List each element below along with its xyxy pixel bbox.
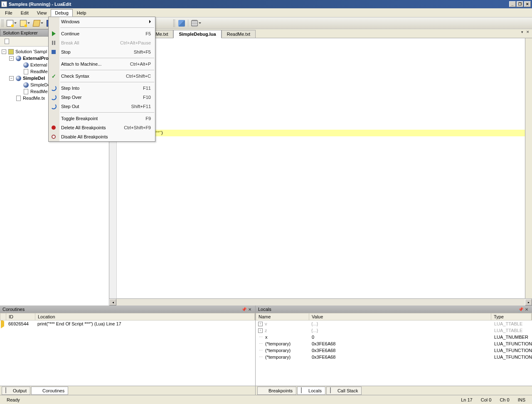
breakpoint-delete-icon <box>50 124 57 131</box>
page-icon <box>22 89 29 94</box>
menuitem-check-syntax[interactable]: ✓ Check Syntax Ctrl+Shift+C <box>49 71 155 81</box>
close-icon[interactable]: ✕ <box>524 307 530 312</box>
page-icon <box>15 95 22 101</box>
stop-icon <box>50 49 57 55</box>
lua-icon <box>22 62 29 68</box>
tab-callstack[interactable]: Call Stack <box>326 387 362 395</box>
menuitem-stop[interactable]: Stop Shift+F5 <box>49 47 155 57</box>
locals-columns[interactable]: Name Value Type <box>256 313 532 320</box>
panel-title: Coroutines <box>2 307 25 312</box>
tab-locals[interactable]: Locals <box>297 387 325 395</box>
status-col: Col 0 <box>477 397 496 402</box>
menuitem-delete-bp[interactable]: Delete All Breakpoints Ctrl+Shift+F9 <box>49 123 155 132</box>
tree-dots-icon: ⋯ <box>259 342 263 346</box>
locals-row[interactable]: +v{...}LUA_TTABLE <box>256 320 532 327</box>
db-button[interactable] <box>190 19 202 28</box>
expander-icon[interactable]: + <box>258 328 263 333</box>
tab-breakpoints[interactable]: Breakpoints <box>257 387 296 395</box>
coroutines-panel: Coroutines 📌 ✕ ID Location 66926544 prin… <box>0 305 256 395</box>
pin-icon[interactable]: 📌 <box>241 307 247 312</box>
tab-coroutines[interactable]: Coroutines <box>31 387 68 395</box>
step-into-icon <box>50 85 57 91</box>
title-bar: L Samples (Running) - LuaEdit _ ❐ ✕ <box>0 0 532 8</box>
title-text: Samples (Running) - LuaEdit <box>9 2 71 7</box>
check-icon: ✓ <box>50 73 57 79</box>
expander-icon[interactable]: − <box>9 56 14 61</box>
tree-dots-icon: ⋯ <box>259 355 263 359</box>
pause-icon <box>50 39 57 46</box>
locals-row[interactable]: ⋯(*temporary)0x3FE6A68LUA_TFUNCTION <box>256 347 532 354</box>
status-bar: Ready Ln 17 Col 0 Ch 0 INS <box>0 395 532 404</box>
close-icon[interactable]: ✕ <box>247 307 253 312</box>
coroutines-columns[interactable]: ID Location <box>0 313 255 320</box>
lua-icon <box>22 82 29 88</box>
menuitem-step-into[interactable]: Step Into F11 <box>49 84 155 93</box>
page-icon <box>22 69 29 74</box>
editor-hscroll[interactable]: ◂ ▸ <box>109 298 532 305</box>
menuitem-toggle-bp[interactable]: Toggle Breakpoint F9 <box>49 114 155 123</box>
tab-close-icon[interactable]: ✕ <box>525 30 530 34</box>
lua-icon <box>15 55 22 61</box>
step-over-icon <box>50 94 57 101</box>
scroll-right-icon[interactable]: ▸ <box>525 299 532 305</box>
code-editor[interactable]: = _G = 0 n CallDepthTest() x + 1 x <= 10… <box>117 38 525 298</box>
app-icon: L <box>1 1 7 7</box>
menu-bar: File Edit View Debug Help <box>0 8 532 17</box>
scroll-left-icon[interactable]: ◂ <box>109 299 116 305</box>
expander-icon[interactable]: + <box>258 322 263 326</box>
tab-dropdown-icon[interactable]: ▾ <box>520 30 525 34</box>
tab-readme2[interactable]: ReadMe.txt <box>222 30 256 38</box>
tab-simpledebug[interactable]: SimpleDebug.lua <box>173 30 221 38</box>
restore-button[interactable]: ❐ <box>517 1 523 7</box>
menu-view[interactable]: View <box>33 9 51 17</box>
menu-edit[interactable]: Edit <box>17 9 33 17</box>
close-button[interactable]: ✕ <box>524 1 531 7</box>
expander-icon[interactable]: − <box>2 49 6 54</box>
submenu-arrow-icon <box>149 20 151 23</box>
editor-tabs: ebug.lua ReadMe.txt SimpleDebug.lua Read… <box>109 29 532 38</box>
bottom-tabs-left: Output Coroutines <box>0 386 255 395</box>
new-project-button[interactable] <box>19 19 31 28</box>
menuitem-continue[interactable]: Continue F5 <box>49 29 155 38</box>
lua-icon <box>15 75 22 81</box>
editor-vscroll[interactable] <box>525 38 532 298</box>
status-ins: INS <box>514 397 530 402</box>
coroutine-row[interactable]: 66926544 print("*** End Of Script ***") … <box>0 320 255 327</box>
code-pane: ebug.lua ReadMe.txt SimpleDebug.lua Read… <box>109 29 532 305</box>
menuitem-break-all: Break All Ctrl+Alt+Pause <box>49 38 155 47</box>
locals-row[interactable]: ⋯(*temporary)0x3FE6A68LUA_TFUNCTION <box>256 340 532 347</box>
locals-row[interactable]: ⋯x0LUA_TNUMBER <box>256 334 532 340</box>
tab-output[interactable]: Output <box>2 387 30 395</box>
properties-button[interactable] <box>2 37 11 46</box>
new-file-button[interactable] <box>5 19 18 28</box>
status-line: Ln 17 <box>457 397 477 402</box>
locals-panel: Locals 📌 ✕ Name Value Type +v{...}LUA_TT… <box>256 305 532 395</box>
menuitem-disable-bp[interactable]: Disable All Breakpoints <box>49 132 155 141</box>
tree-dots-icon: ⋯ <box>259 335 263 339</box>
expander-icon[interactable]: − <box>9 76 14 81</box>
step-out-icon <box>50 103 57 110</box>
grip[interactable] <box>2 20 3 27</box>
grip2[interactable] <box>173 20 175 27</box>
menu-help[interactable]: Help <box>73 9 91 17</box>
tree-dots-icon: ⋯ <box>259 348 263 352</box>
status-ch: Ch 0 <box>495 397 513 402</box>
menu-debug[interactable]: Debug <box>51 9 72 17</box>
menuitem-windows[interactable]: Windows <box>49 17 155 26</box>
menu-file[interactable]: File <box>1 9 17 17</box>
status-ready: Ready <box>2 397 24 402</box>
locals-row[interactable]: +z{...}LUA_TTABLE <box>256 327 532 334</box>
play-icon <box>50 30 57 37</box>
attach-button[interactable] <box>177 19 186 28</box>
solution-icon <box>7 49 14 54</box>
menuitem-attach[interactable]: Attach to Machine... Ctrl+Alt+P <box>49 59 155 69</box>
debug-dropdown: Windows Continue F5 Break All Ctrl+Alt+P… <box>48 17 155 142</box>
breakpoint-disable-icon <box>50 133 57 140</box>
menuitem-step-out[interactable]: Step Out Shift+F11 <box>49 102 155 111</box>
minimize-button[interactable]: _ <box>509 1 516 7</box>
pin-icon[interactable]: 📌 <box>518 307 524 312</box>
menuitem-step-over[interactable]: Step Over F10 <box>49 93 155 102</box>
panel-title: Locals <box>258 307 271 312</box>
locals-row[interactable]: ⋯(*temporary)0x3FE6A68LUA_TFUNCTION <box>256 354 532 360</box>
open-button[interactable] <box>32 19 44 28</box>
